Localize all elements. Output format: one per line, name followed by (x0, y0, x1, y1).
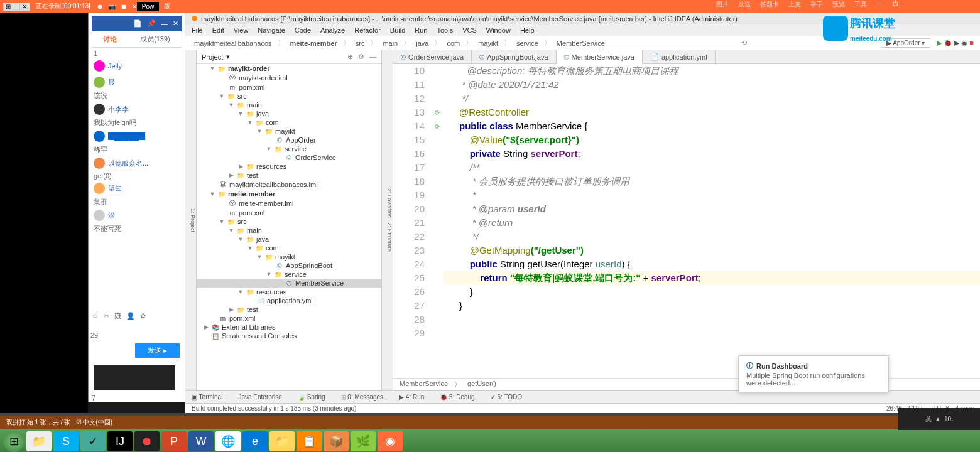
taskbar-chrome[interactable]: 🌐 (215, 431, 241, 451)
image-icon[interactable]: 🖼 (114, 312, 121, 320)
taskbar-powerpoint[interactable]: P (161, 431, 187, 451)
menu-edit[interactable]: Edit (212, 26, 224, 34)
close-icon[interactable]: ✕ (132, 3, 137, 10)
stop-icon[interactable]: ■ (969, 39, 974, 47)
cut-icon[interactable]: ✂ (104, 312, 109, 320)
tree-node[interactable]: 📋Scratches and Consoles (197, 331, 381, 340)
tree-node[interactable]: ▼📁src (197, 217, 381, 226)
top-tab-5[interactable]: 举手 (810, 0, 823, 9)
top-tab-1[interactable]: 图片 (716, 0, 729, 9)
chat-user[interactable]: █████ (94, 129, 180, 144)
chat-pin-icon[interactable]: 📌 (147, 19, 156, 28)
project-label[interactable]: Project (202, 53, 223, 61)
settings-icon[interactable]: ⚙ (358, 53, 364, 61)
chat-tab-discuss[interactable]: 讨论 (103, 35, 117, 44)
menu-vcs[interactable]: VCS (462, 26, 477, 34)
tree-node[interactable]: mpom.xml (197, 83, 381, 92)
minimize-icon[interactable]: — (876, 0, 883, 9)
chat-user[interactable]: Jelly (94, 58, 180, 73)
top-tab-7[interactable]: 工具 (854, 0, 867, 9)
tool-java-ee[interactable]: Java Enterprise (235, 392, 285, 402)
tree-node[interactable]: ▶📁test (197, 171, 381, 180)
user-icon[interactable]: 👤 (126, 312, 135, 320)
menu-refactor[interactable]: Refactor (354, 26, 381, 34)
taskbar-postman[interactable]: ◉ (378, 431, 403, 451)
editor-tab-active[interactable]: ©MemberService.java (557, 50, 643, 64)
menu-tools[interactable]: Tools (437, 26, 453, 34)
ime-indicator[interactable]: 英 (925, 415, 932, 424)
taskbar-word[interactable]: W (188, 431, 214, 451)
tree-node[interactable]: ▼📁meite-member (197, 190, 381, 198)
editor-tab[interactable]: ©OrderService.java (393, 50, 472, 63)
bc-java[interactable]: java (413, 39, 431, 48)
tree-node[interactable]: ▼📁resources (197, 288, 381, 296)
coverage-icon[interactable]: ▶ (954, 39, 959, 47)
project-tab-vertical[interactable]: 1: Project (185, 50, 197, 390)
tree-node[interactable]: ©AppSpringBoot (197, 261, 381, 270)
chat-user[interactable]: 晨 (94, 75, 180, 90)
menu-help[interactable]: Help (520, 26, 535, 34)
tree-node[interactable]: ©OrderService (197, 153, 381, 162)
bc-com[interactable]: com (444, 39, 462, 48)
chat-user[interactable]: 望知 (94, 181, 180, 196)
top-tab-2[interactable]: 发送 (738, 0, 751, 9)
camera-icon[interactable]: 📷 (108, 3, 116, 10)
menu-window[interactable]: Window (486, 26, 511, 34)
record-icon[interactable]: ⏺ (97, 3, 103, 10)
tool-debug[interactable]: 🐞 5: Debug (437, 392, 477, 402)
tool-spring[interactable]: 🍃 Spring (295, 392, 329, 402)
structure-tab-vertical[interactable]: 2: Favorites 7: Structure (382, 50, 393, 390)
chat-user[interactable]: 小李李 (94, 102, 180, 117)
taskbar-explorer[interactable]: 📁 (270, 431, 295, 451)
run-dashboard-notification[interactable]: ⓘ Run Dashboard Multiple Spring Boot run… (738, 355, 889, 392)
tree-node[interactable]: ▼📁mayikt-order (197, 64, 381, 73)
tree-node[interactable]: Ⓜmayikt-order.iml (197, 73, 381, 83)
chat-user[interactable]: 涂 (94, 208, 180, 223)
chat-user[interactable]: 以德服众名... (94, 156, 180, 171)
menu-view[interactable]: View (234, 26, 249, 34)
taskbar-edge[interactable]: e (242, 431, 268, 451)
start-button[interactable]: ⊞ (3, 431, 24, 452)
profile-icon[interactable]: ◉ (961, 39, 967, 47)
bc-main[interactable]: main (380, 39, 400, 48)
tool-messages[interactable]: ⊞ 0: Messages (338, 392, 386, 402)
flower-icon[interactable]: ✿ (140, 312, 146, 320)
taskbar-record[interactable]: ⏺ (134, 431, 160, 451)
emoji-icon[interactable]: ☺ (92, 312, 99, 320)
stop-icon[interactable]: ⏹ (121, 3, 127, 10)
tree-node[interactable]: ©AppOrder (197, 136, 381, 144)
top-tab-6[interactable]: 预览 (832, 0, 845, 9)
debug-icon[interactable]: 🐞 (944, 39, 952, 47)
tree-node[interactable]: ▼📁service (197, 144, 381, 153)
send-button[interactable]: 发送 ▸ (135, 343, 180, 358)
tree-node[interactable]: ▼📁mayikt (197, 252, 381, 261)
editor-tab[interactable]: 📄application.yml (643, 50, 716, 63)
chat-doc-icon[interactable]: 📄 (133, 19, 142, 28)
tree-node[interactable]: ▼📁main (197, 100, 381, 109)
top-tab-4[interactable]: 上麦 (788, 0, 801, 9)
menu-analyze[interactable]: Analyze (320, 26, 345, 34)
menu-file[interactable]: File (192, 26, 203, 34)
bc-mayikt[interactable]: mayikt (476, 39, 501, 48)
tree-node[interactable]: ▼📁com (197, 118, 381, 127)
tree-node[interactable]: 📄application.yml (197, 296, 381, 305)
bc-module[interactable]: meite-member (288, 39, 340, 48)
bc-class[interactable]: MemberService (554, 39, 607, 48)
tool-terminal[interactable]: ▣ Terminal (188, 392, 226, 402)
chat-min-icon[interactable]: — (161, 20, 168, 28)
target-icon[interactable]: ⊕ (347, 53, 353, 61)
taskbar-app[interactable]: ✓ (80, 431, 106, 451)
taskbar-skype[interactable]: S (53, 431, 79, 451)
tree-node[interactable]: ▼📁java (197, 235, 381, 244)
taskbar-app[interactable]: 📁 (26, 431, 52, 451)
tool-run[interactable]: ▶ 4: Run (396, 392, 427, 402)
tree-node[interactable]: mpom.xml (197, 208, 381, 217)
bc-root[interactable]: mayiktmeitealibabanacos (192, 39, 275, 48)
run-icon[interactable]: ▶ (937, 39, 942, 47)
tree-node[interactable]: ▼📁src (197, 92, 381, 100)
tree-node[interactable]: ▼📁service (197, 270, 381, 279)
thumbnail-preview[interactable] (94, 365, 175, 390)
run-gutter-icon[interactable]: ⟳ (431, 105, 444, 119)
collapse-icon[interactable]: — (369, 53, 376, 61)
tree-node[interactable]: ▼📁java (197, 109, 381, 118)
